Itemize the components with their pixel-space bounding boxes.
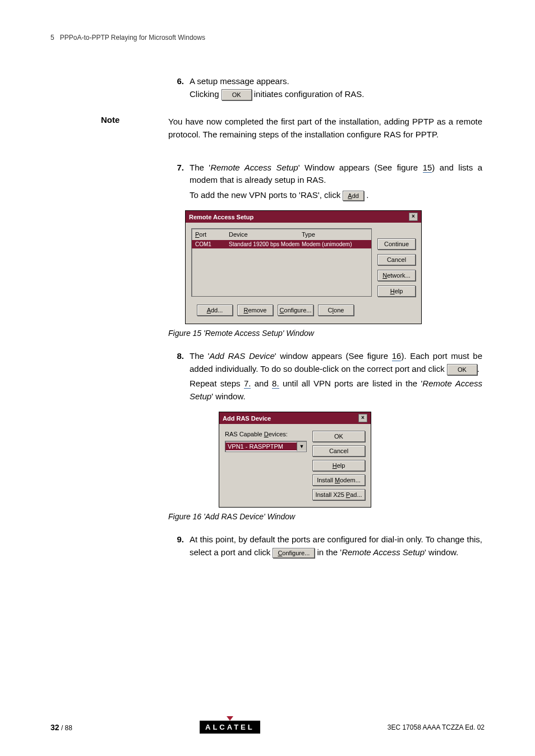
figure-15-caption: Figure 15 'Remote Access Setup' Window	[168, 329, 482, 338]
device-list[interactable]: Port Device Type COM1 Standard 19200 bps…	[191, 228, 372, 297]
close-icon[interactable]: ×	[358, 414, 367, 422]
chapter-title: PPPoA-to-PPTP Relaying for Microsoft Win…	[60, 34, 205, 42]
step-8: 8. The 'Add RAS Device' window appears (…	[168, 350, 482, 403]
doc-reference: 3EC 17058 AAAA TCZZA Ed. 02	[388, 723, 485, 731]
configure-button[interactable]: Configure...	[278, 305, 313, 316]
step-6: 6. A setup message appears. Clicking OK …	[168, 75, 482, 100]
ok-button[interactable]: OK	[447, 364, 477, 375]
close-icon[interactable]: ×	[409, 213, 418, 221]
ras-device-dropdown[interactable]: VPN1 - RASPPTPM ▼	[225, 441, 307, 452]
install-x25-button[interactable]: Install X25 Pad...	[312, 489, 365, 500]
list-header: Port Device Type	[192, 229, 371, 240]
step6-line1: A setup message appears.	[190, 75, 482, 88]
dialog-title-text: Remote Access Setup	[189, 214, 253, 220]
note-text: You have now completed the first part of…	[168, 115, 482, 141]
help-button[interactable]: Help	[377, 285, 416, 297]
note-label: Note	[101, 115, 119, 125]
continue-button[interactable]: Continue	[377, 238, 416, 250]
clone-button[interactable]: Clone	[318, 305, 354, 316]
dialog-titlebar: Add RAS Device ×	[219, 412, 371, 424]
step-num: 6.	[168, 75, 184, 100]
ras-devices-label: RAS Capable Devices:	[225, 431, 307, 437]
ok-button[interactable]: OK	[222, 89, 252, 100]
ok-button[interactable]: OK	[312, 431, 365, 442]
chapter-num: 5	[50, 34, 54, 42]
step-num: 9.	[168, 533, 184, 559]
dropdown-value: VPN1 - RASPPTPM	[225, 442, 297, 450]
remove-button[interactable]: Remove	[237, 305, 273, 316]
step-9: 9. At this point, by default the ports a…	[168, 533, 482, 559]
alcatel-logo: ALCATEL	[200, 721, 260, 734]
list-item[interactable]: COM1 Standard 19200 bps Modem Modem (uni…	[192, 240, 371, 248]
help-button[interactable]: Help	[312, 460, 365, 471]
add-button[interactable]: Add	[343, 191, 364, 201]
configure-button[interactable]: Configure...	[273, 548, 315, 558]
cancel-button[interactable]: Cancel	[312, 445, 365, 457]
add-ras-device-dialog: Add RAS Device × RAS Capable Devices: VP…	[219, 412, 371, 508]
install-modem-button[interactable]: Install Modem...	[312, 474, 365, 486]
add-dialog-button[interactable]: Add...	[197, 305, 233, 316]
step-7: 7. The 'Remote Access Setup' Window appe…	[168, 162, 482, 202]
step-num: 8.	[168, 350, 184, 403]
chevron-down-icon[interactable]: ▼	[297, 442, 306, 451]
page-header: 5 PPPoA-to-PPTP Relaying for Microsoft W…	[50, 34, 485, 42]
network-button[interactable]: Network...	[377, 270, 416, 281]
step-8-ref[interactable]: 8.	[272, 379, 279, 389]
remote-access-setup-dialog: Remote Access Setup × Port Device Type C…	[185, 210, 422, 324]
step-7-ref[interactable]: 7.	[244, 379, 251, 389]
step6-line2: Clicking OK initiates configuration of R…	[190, 88, 482, 101]
dialog-title-text: Add RAS Device	[223, 415, 271, 422]
figure-15-link[interactable]: 15	[423, 163, 432, 173]
figure-16-caption: Figure 16 'Add RAS Device' Window	[168, 512, 482, 521]
page-footer: 32 / 88 ALCATEL 3EC 17058 AAAA TCZZA Ed.…	[50, 721, 485, 734]
figure-16-link[interactable]: 16	[392, 351, 402, 361]
cancel-button[interactable]: Cancel	[377, 254, 416, 265]
step-num: 7.	[168, 162, 184, 202]
dialog-titlebar: Remote Access Setup ×	[186, 211, 421, 223]
page-number: 32 / 88	[50, 723, 72, 732]
